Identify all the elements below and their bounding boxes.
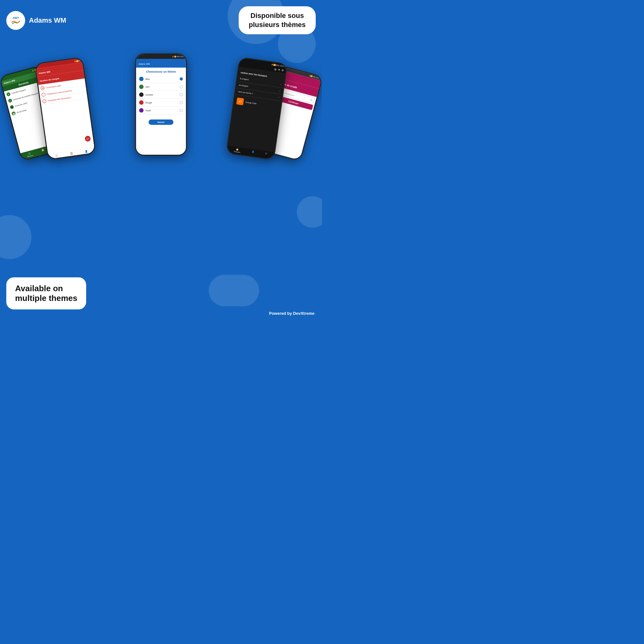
save-theme-button[interactable]: Sauver: [148, 119, 173, 125]
bottom-tagline-line1: Available on multiple themes: [15, 284, 77, 303]
logo-area: AWT Adams WM: [6, 11, 66, 30]
decorative-blob-5: [209, 275, 259, 306]
tagline-text: Disponible sous plusieurs thèmes: [249, 11, 306, 29]
theme-rouge: Rouge: [136, 99, 186, 107]
theme-violet: Violet: [136, 107, 186, 114]
theme-bleu: Bleu: [136, 75, 186, 83]
phones-showcase: ⚡📶45 Adams WM ⚙ Services ➤ Transfert d'a…: [0, 50, 322, 201]
app-logo: AWT: [6, 11, 25, 30]
header: AWT Adams WM Disponible sous plusieurs t…: [6, 6, 316, 34]
svg-point-0: [9, 14, 22, 27]
theme-sombre: Sombre: [136, 91, 186, 99]
tagline-badge: Disponible sous plusieurs thèmes: [239, 6, 316, 34]
blue-phone-nav: [136, 155, 186, 156]
blue-screen: ⚡ 📶 45% 15:24 Adams WM Choississez un th…: [136, 54, 186, 155]
svg-text:AWT: AWT: [13, 16, 19, 19]
blue-status-bar: ⚡ 📶 45% 15:24: [136, 54, 186, 59]
decorative-blob-3: [0, 215, 31, 259]
theme-vert: Vert: [136, 83, 186, 91]
powered-by-text: Powered by DevXtreme: [269, 311, 314, 316]
phone-blue-theme: ⚡ 📶 45% 15:24 Adams WM Choississez un th…: [135, 53, 187, 156]
theme-dialog-title: Choississez un thème: [136, 68, 186, 75]
bottom-tagline-badge: Available on multiple themes: [6, 277, 86, 309]
app-name-label: Adams WM: [29, 16, 66, 25]
